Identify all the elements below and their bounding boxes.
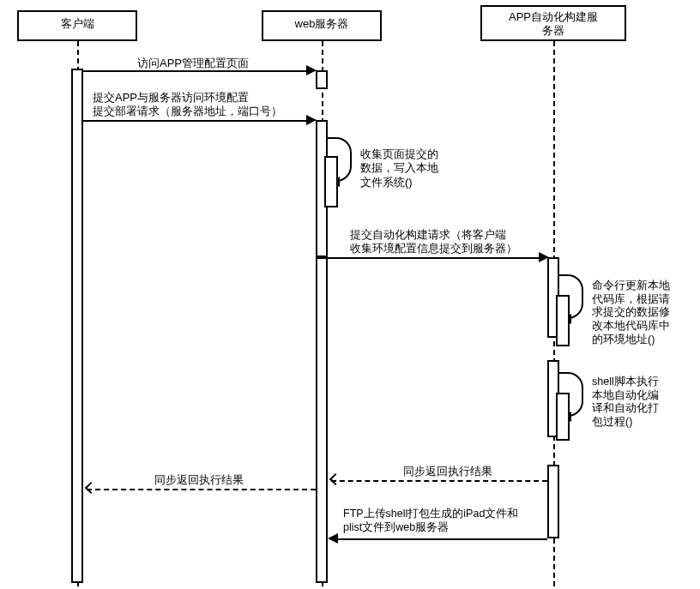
msg7a-arrow	[331, 480, 547, 482]
msg8-arrow	[331, 538, 547, 540]
participant-client: 客户端	[17, 10, 137, 41]
msg7b-arrow	[87, 489, 316, 490]
participant-client-label: 客户端	[61, 17, 94, 30]
msg8-label: FTP上传shell打包生成的iPad文件和 plist文件到web服务器	[343, 508, 518, 534]
msg7a-label: 同步返回执行结果	[403, 465, 492, 478]
participant-app-label: APP自动化构建服 务器	[509, 10, 598, 37]
msg4-label: 提交自动化构建请求（将客户端 收集环境配置信息提交到服务器）	[350, 228, 517, 256]
participant-web: web服务器	[262, 10, 382, 41]
msg5-label: 命令行更新本地 代码库，根据请 求提交的数据修 改本地代码库中 的环境地址()	[592, 279, 670, 346]
msg4-arrow	[328, 257, 546, 259]
msg2-arrow	[83, 120, 313, 122]
activation-app-3	[547, 465, 559, 538]
msg7b-arrowhead-icon	[85, 482, 97, 494]
msg2b-label: 提交部署请求（服务器地址，端口号）	[93, 105, 282, 118]
activation-web-3	[316, 257, 328, 583]
msg1-arrow	[83, 70, 313, 72]
msg1-label: 访问APP管理配置页面	[137, 57, 249, 70]
participant-web-label: web服务器	[295, 17, 349, 30]
participant-app: APP自动化构建服 务器	[480, 5, 626, 41]
msg5-nested-activation	[556, 295, 570, 346]
msg3-nested-activation	[324, 156, 338, 207]
msg6-nested-activation	[556, 393, 570, 441]
msg7a-arrowhead-icon	[329, 473, 341, 485]
msg6-label: shell脚本执行 本地自动化编 译和自动化打 包过程()	[592, 376, 659, 430]
msg7b-label: 同步返回执行结果	[154, 473, 244, 487]
activation-web-1	[316, 70, 328, 89]
msg2a-label: 提交APP与服务器访问环境配置	[93, 91, 249, 105]
msg3-label: 收集页面提交的 数据，写入本地 文件系统()	[360, 147, 438, 189]
activation-client-1	[71, 69, 83, 583]
msg8-arrowhead-icon	[328, 533, 338, 544]
